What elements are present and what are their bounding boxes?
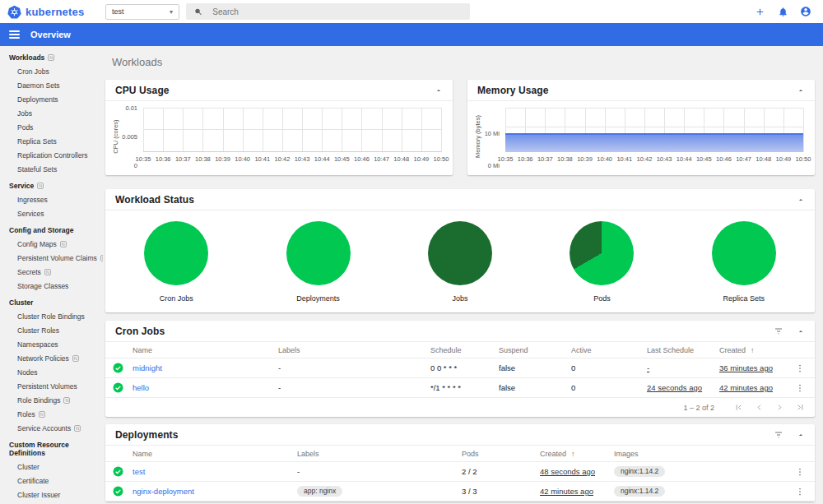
sidebar-section-cluster[interactable]: Cluster — [0, 293, 103, 309]
collapse-memory-card-button[interactable] — [797, 83, 805, 98]
x-tick-label: 10:50 — [434, 155, 449, 163]
sidebar-item-jobs[interactable]: Jobs — [0, 106, 103, 120]
sidebar-item-storage-classes[interactable]: Storage Classes — [0, 279, 103, 293]
sidebar-item-label: Config Maps — [17, 240, 57, 248]
sidebar-item-label: Role Bindings — [17, 396, 60, 405]
collapse-cron-jobs-button[interactable] — [797, 327, 805, 335]
workload-status-item-deployments: Deployments — [247, 221, 388, 303]
page-toolbar-title: Overview — [30, 30, 71, 39]
row-actions-button[interactable] — [790, 363, 815, 373]
pie-label: Deployments — [247, 294, 388, 303]
column-header-active[interactable]: Active — [571, 346, 647, 354]
filter-icon — [774, 430, 783, 440]
namespace-selector[interactable]: test ▾ — [105, 4, 179, 20]
sidebar-item-cluster-issuer[interactable]: Cluster Issuer — [0, 488, 103, 502]
status-ok-icon — [113, 382, 123, 393]
column-header-created[interactable]: Created↑ — [540, 450, 614, 458]
column-header-last-schedule[interactable]: Last Schedule — [647, 346, 719, 354]
sidebar-item-certificate[interactable]: Certificate — [0, 474, 103, 488]
collapse-deployments-button[interactable] — [797, 431, 805, 439]
sidebar-section-workloads[interactable]: WorkloadsN — [0, 48, 103, 64]
sidebar-section-service[interactable]: ServiceN — [0, 176, 103, 192]
cron-job-name-link[interactable]: hello — [133, 383, 149, 392]
row-actions-button[interactable] — [790, 383, 815, 393]
sidebar-section-custom-resource-definitions[interactable]: Custom Resource Definitions — [0, 435, 103, 460]
filter-deployments-button[interactable] — [774, 430, 783, 440]
sidebar-item-nodes[interactable]: Nodes — [0, 365, 103, 379]
search-bar[interactable] — [186, 3, 470, 20]
sidebar-item-pods[interactable]: Pods — [0, 120, 103, 134]
x-tick-label: 10:37 — [175, 155, 191, 163]
create-resource-button[interactable] — [754, 6, 765, 17]
column-header-created[interactable]: Created↑ — [719, 346, 790, 354]
column-header-name[interactable]: Name — [133, 346, 278, 354]
namespaced-badge-icon: N — [37, 183, 44, 189]
sidebar-item-replica-sets[interactable]: Replica Sets — [0, 134, 103, 148]
column-header-images[interactable]: Images — [614, 450, 790, 458]
column-header-labels[interactable]: Labels — [297, 450, 462, 458]
x-tick-label: 10:41 — [254, 155, 270, 163]
pagination-first-page-button[interactable] — [734, 403, 743, 412]
gridline-vertical — [342, 108, 342, 152]
sidebar-item-service-accounts[interactable]: Service AccountsN — [0, 421, 103, 435]
row-status — [105, 486, 133, 497]
row-actions-button[interactable] — [790, 467, 815, 477]
deployment-name-link[interactable]: nginx-deployment — [133, 487, 194, 496]
pagination-next-page-button[interactable] — [775, 403, 784, 412]
column-header-label: Schedule — [430, 346, 462, 354]
sidebar-item-role-bindings[interactable]: Role BindingsN — [0, 393, 103, 407]
cpu-usage-title: CPU Usage — [115, 85, 170, 96]
sidebar-item-daemon-sets[interactable]: Daemon Sets — [0, 78, 103, 92]
deployments-table-header: NameLabelsPodsCreated↑Images — [105, 446, 815, 462]
gridline-vertical — [143, 108, 144, 152]
pagination-last-page-button[interactable] — [796, 403, 805, 412]
collapse-cpu-card-button[interactable] — [435, 83, 443, 98]
sidebar-item-ingresses[interactable]: Ingresses — [0, 192, 103, 206]
column-header-labels[interactable]: Labels — [278, 346, 430, 354]
sidebar-nav: WorkloadsNCron JobsDaemon SetsDeployment… — [0, 46, 103, 504]
row-actions-button[interactable] — [790, 487, 815, 497]
chevron-right-icon — [775, 403, 784, 412]
collapse-status-card-button[interactable] — [797, 192, 805, 207]
sidebar-item-label: Replication Controllers — [17, 151, 88, 160]
sidebar-item-stateful-sets[interactable]: Stateful Sets — [0, 162, 103, 176]
sidebar-item-namespaces[interactable]: Namespaces — [0, 337, 103, 351]
sidebar-item-cluster-roles[interactable]: Cluster Roles — [0, 323, 103, 337]
deployment-name-link[interactable]: test — [133, 467, 145, 476]
sidebar-item-deployments[interactable]: Deployments — [0, 92, 103, 106]
chart-grid — [505, 108, 803, 152]
sidebar-item-secrets[interactable]: SecretsN — [0, 265, 103, 279]
gridline-vertical — [263, 108, 263, 152]
column-header-pods[interactable]: Pods — [462, 450, 540, 458]
notifications-button[interactable] — [777, 6, 788, 17]
sidebar-item-cron-jobs[interactable]: Cron Jobs — [0, 64, 103, 78]
cron-job-name-link[interactable]: midnight — [133, 363, 162, 372]
column-header-name[interactable]: Name — [133, 450, 297, 458]
search-input[interactable] — [212, 7, 462, 16]
workload-status-item-jobs: Jobs — [389, 221, 531, 303]
workload-status-item-replica-sets: Replica Sets — [673, 221, 815, 303]
account-button[interactable] — [800, 6, 811, 17]
pie-label: Replica Sets — [673, 294, 815, 303]
sidebar-item-persistent-volume-claims[interactable]: Persistent Volume ClaimsN — [0, 251, 103, 265]
sidebar-item-persistent-volumes[interactable]: Persistent Volumes — [0, 379, 103, 393]
pagination-prev-page-button[interactable] — [755, 403, 764, 412]
column-header-suspend[interactable]: Suspend — [499, 346, 571, 354]
column-header-label: Suspend — [499, 346, 528, 354]
filter-cron-jobs-button[interactable] — [774, 326, 783, 336]
menu-icon[interactable] — [9, 30, 20, 39]
chevron-down-icon: ▾ — [170, 8, 173, 16]
column-header-schedule[interactable]: Schedule — [430, 346, 499, 354]
kubernetes-brand[interactable]: kubernetes — [0, 5, 99, 19]
gridline-vertical — [382, 108, 383, 152]
sidebar-item-cluster-role-bindings[interactable]: Cluster Role Bindings — [0, 309, 103, 323]
sidebar-item-config-maps[interactable]: Config MapsN — [0, 237, 103, 251]
deployment-labels: - — [297, 467, 300, 476]
sidebar-item-cluster[interactable]: Cluster — [0, 460, 103, 474]
sidebar-item-label: Cluster — [17, 463, 40, 471]
sidebar-item-services[interactable]: Services — [0, 206, 103, 220]
sidebar-section-config-and-storage[interactable]: Config and Storage — [0, 220, 103, 237]
sidebar-item-roles[interactable]: RolesN — [0, 407, 103, 421]
sidebar-item-replication-controllers[interactable]: Replication Controllers — [0, 148, 103, 162]
sidebar-item-network-policies[interactable]: Network PoliciesN — [0, 351, 103, 365]
